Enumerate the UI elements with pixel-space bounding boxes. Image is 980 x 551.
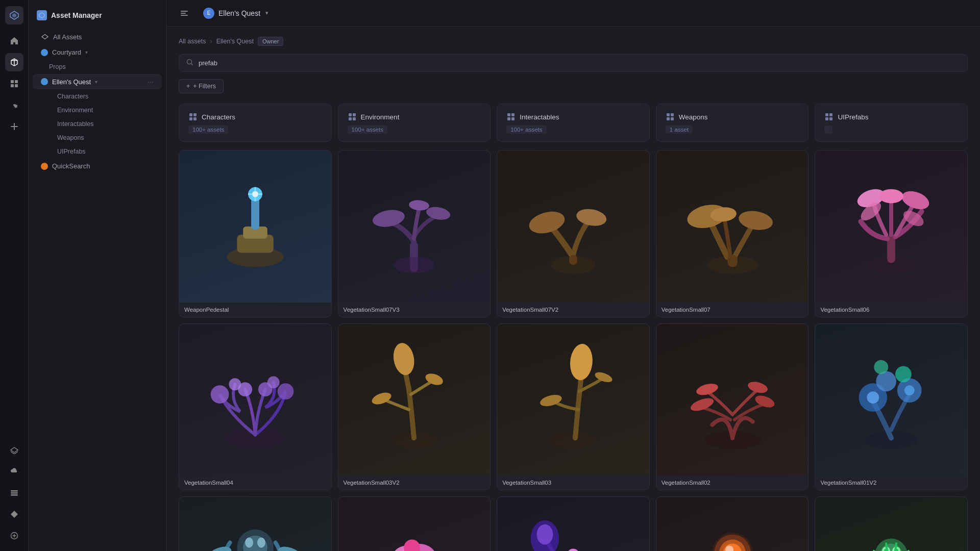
svg-point-65: [899, 188, 932, 213]
svg-rect-15: [181, 13, 186, 14]
sidebar-item-ellens-quest[interactable]: Ellen's Quest ▾ ···: [33, 74, 162, 89]
svg-rect-31: [671, 113, 674, 116]
category-weapons[interactable]: Weapons 1 asset: [656, 104, 809, 142]
svg-rect-37: [829, 117, 832, 120]
search-input[interactable]: [199, 59, 960, 67]
project-chevron: ▾: [265, 10, 268, 16]
layers-icon-btn[interactable]: [5, 441, 23, 459]
asset-veg-small07v3[interactable]: VegetationSmall07V3: [338, 150, 491, 317]
sidebar-item-props[interactable]: Props: [33, 60, 162, 73]
diamond-icon-btn[interactable]: [5, 505, 23, 523]
asset-veg-medium02[interactable]: VegetationMedium02: [338, 496, 491, 551]
svg-point-52: [409, 199, 430, 211]
app-logo: [5, 6, 23, 24]
home-icon-btn[interactable]: [5, 32, 23, 50]
svg-point-88: [746, 380, 768, 395]
svg-point-94: [904, 386, 915, 396]
circle-plus-icon-btn[interactable]: [5, 527, 23, 545]
svg-rect-61: [727, 255, 738, 267]
asset-label: VegetationSmall04: [179, 475, 331, 490]
breadcrumb-all-assets[interactable]: All assets: [179, 38, 206, 45]
asset-veg-small01v2[interactable]: VegetationSmall01V2: [815, 323, 968, 491]
sidebar-header: Asset Manager: [29, 6, 166, 27]
svg-rect-25: [353, 117, 356, 120]
asset-label: VegetationSmall06: [815, 303, 967, 317]
breadcrumb: All assets › Ellen's Quest Owner: [179, 37, 968, 46]
asset-veg-small02[interactable]: VegetationSmall02: [656, 323, 809, 491]
asset-label: VegetationSmall07: [656, 303, 808, 317]
asset-veg-small03[interactable]: VegetationSmall03: [497, 323, 650, 491]
svg-point-125: [712, 533, 752, 551]
search-icon: [186, 59, 193, 67]
asset-veg-medium01[interactable]: VegetationMedium01: [497, 496, 650, 551]
svg-marker-13: [39, 13, 44, 18]
sidebar-toggle-btn[interactable]: [177, 6, 192, 21]
svg-point-117: [567, 548, 579, 551]
layers-icon: [41, 33, 49, 41]
cloud-icon-btn[interactable]: [5, 462, 23, 481]
asset-weapon-pedestal[interactable]: WeaponPedestal: [179, 150, 332, 317]
svg-rect-24: [349, 117, 352, 120]
settings-icon-btn[interactable]: [5, 96, 23, 114]
svg-point-95: [895, 366, 912, 383]
svg-point-66: [879, 189, 903, 203]
svg-rect-7: [11, 84, 14, 87]
svg-point-43: [252, 191, 258, 197]
category-characters[interactable]: Characters 100+ assets: [179, 104, 332, 142]
sidebar-item-quicksearch[interactable]: QuickSearch: [33, 159, 162, 173]
svg-point-114: [537, 524, 553, 545]
asset-spitter-ragdoll[interactable]: SpitterRagdoll: [815, 496, 968, 551]
category-environment[interactable]: Environment 100+ assets: [338, 104, 491, 142]
category-interactables[interactable]: Interactables 100+ assets: [497, 104, 650, 142]
svg-point-71: [277, 384, 293, 400]
sidebar-item-characters[interactable]: Characters: [33, 90, 162, 103]
svg-point-75: [267, 377, 280, 389]
asset-label: VegetationSmall01V2: [815, 475, 967, 490]
courtyard-chevron: ▾: [85, 49, 88, 55]
filter-button[interactable]: + + Filters: [179, 79, 224, 93]
asset-label: VegetationSmall03V2: [338, 475, 491, 490]
svg-rect-9: [11, 492, 18, 494]
ellens-quest-menu-btn[interactable]: ···: [148, 78, 154, 86]
sidebar-item-courtyard[interactable]: Courtyard ▾: [33, 45, 162, 60]
cube-icon-btn[interactable]: [5, 53, 23, 71]
weapons-count: 1 asset: [666, 126, 693, 134]
asset-veg-small03v2[interactable]: VegetationSmall03V2: [338, 323, 491, 491]
asset-label: VegetationSmall07V3: [338, 303, 491, 317]
uiprefabs-name: UIPrefabs: [838, 113, 868, 121]
category-grid: Characters 100+ assets Environment 100+ …: [179, 104, 968, 142]
svg-point-77: [391, 341, 417, 377]
courtyard-label: Courtyard: [52, 48, 81, 56]
sidebar-item-weapons[interactable]: Weapons: [33, 131, 162, 144]
sidebar-item-environment[interactable]: Environment: [33, 104, 162, 117]
grid-icon-btn[interactable]: [5, 74, 23, 93]
asset-veg-medium03[interactable]: VegetationMedium03: [179, 496, 332, 551]
category-uiprefabs[interactable]: UIPrefabs: [815, 104, 968, 142]
asset-label: VegetationSmall03: [497, 475, 649, 490]
asset-manager-icon: [37, 10, 47, 20]
project-name: Ellen's Quest: [218, 9, 260, 17]
svg-rect-22: [349, 113, 352, 116]
plus-icon-btn[interactable]: [5, 117, 23, 136]
asset-veg-small07[interactable]: VegetationSmall07: [656, 150, 809, 317]
stack-icon-btn[interactable]: [5, 484, 23, 502]
environment-icon: [348, 112, 357, 121]
svg-point-96: [874, 360, 888, 374]
ellens-quest-label: Ellen's Quest: [52, 78, 91, 86]
characters-name: Characters: [202, 113, 235, 121]
sidebar: Asset Manager All Assets Courtyard ▾ Pro…: [29, 0, 166, 551]
sidebar-item-interactables[interactable]: Interactables: [33, 117, 162, 131]
breadcrumb-project[interactable]: Ellen's Quest: [216, 38, 254, 45]
svg-point-102: [245, 538, 253, 548]
svg-point-59: [737, 208, 774, 232]
asset-switch[interactable]: Switch: [656, 496, 809, 551]
asset-veg-small07v2[interactable]: VegetationSmall07V2: [497, 150, 650, 317]
asset-veg-small04[interactable]: VegetationSmall04: [179, 323, 332, 491]
svg-rect-6: [15, 80, 18, 83]
asset-veg-small06[interactable]: VegetationSmall06: [815, 150, 968, 317]
project-selector[interactable]: E Ellen's Quest ▾: [198, 6, 274, 21]
svg-rect-8: [15, 84, 18, 87]
svg-rect-28: [507, 117, 510, 120]
sidebar-item-uiprefabs[interactable]: UIPrefabs: [33, 145, 162, 158]
sidebar-all-assets[interactable]: All Assets: [33, 29, 162, 44]
